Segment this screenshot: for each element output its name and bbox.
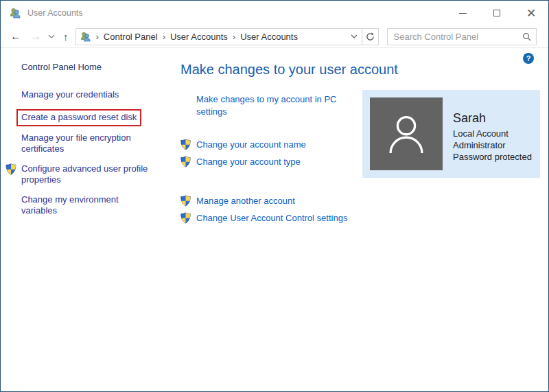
link-change-uac-settings[interactable]: Change User Account Control settings	[180, 209, 548, 227]
sidebar-item-change-environment-variables[interactable]: Change my environment variables	[21, 194, 150, 216]
avatar	[370, 97, 443, 170]
sidebar-item-manage-credentials[interactable]: Manage your credentials	[21, 89, 150, 100]
account-role: Administrator	[453, 139, 532, 151]
search-box	[387, 28, 537, 45]
back-button[interactable]: ←	[10, 31, 21, 42]
breadcrumb-user-accounts[interactable]: User Accounts	[170, 32, 228, 42]
sidebar-item-label: Create a password reset disk	[21, 112, 137, 122]
breadcrumb-separator: ›	[163, 32, 165, 42]
address-bar[interactable]: › Control Panel › User Accounts › User A…	[75, 28, 379, 45]
link-label: Change User Account Control settings	[196, 213, 347, 223]
user-meta: Sarah Local Account Administrator Passwo…	[453, 97, 532, 170]
uac-shield-icon	[5, 163, 16, 175]
refresh-button[interactable]	[362, 29, 378, 45]
uac-shield-icon	[180, 195, 191, 207]
uac-shield-icon	[180, 156, 191, 168]
sidebar: Control Panel Home Manage your credentia…	[1, 48, 172, 225]
refresh-icon	[366, 32, 375, 41]
sidebar-item-label: Configure advanced user profile properti…	[21, 163, 148, 185]
up-button[interactable]: ↑	[63, 32, 69, 42]
maximize-button[interactable]	[480, 1, 514, 25]
user-name: Sarah	[453, 111, 532, 126]
maximize-icon	[493, 10, 500, 16]
minimize-button[interactable]	[445, 1, 480, 25]
user-account-card: Sarah Local Account Administrator Passwo…	[362, 90, 540, 178]
forward-button[interactable]: →	[30, 31, 41, 42]
breadcrumb-separator: ›	[233, 32, 235, 42]
user-accounts-app-icon	[10, 8, 21, 19]
window-controls: ✕	[445, 1, 548, 25]
search-input[interactable]	[388, 32, 518, 42]
uac-shield-icon	[180, 139, 191, 150]
link-pc-settings[interactable]: Make changes to my account in PC setting…	[180, 93, 340, 118]
chevron-down-icon	[351, 34, 358, 38]
navigation-bar: ← → ↑ › Control Panel › User Accounts › …	[1, 25, 548, 48]
user-accounts-window: User Accounts ✕ ← → ↑ › Control Panel › …	[0, 0, 549, 392]
sidebar-item-configure-advanced-user-profile[interactable]: Configure advanced user profile properti…	[21, 163, 150, 185]
sidebar-item-label: Change my environment variables	[21, 194, 119, 216]
user-accounts-breadcrumb-icon	[80, 32, 91, 42]
highlight-box: Create a password reset disk	[16, 109, 141, 126]
uac-shield-icon	[180, 212, 191, 224]
search-icon	[522, 32, 531, 41]
link-manage-another-account[interactable]: Manage another account	[180, 192, 548, 209]
titlebar: User Accounts ✕	[1, 1, 548, 25]
sidebar-item-label: Manage your file encryption certificates	[21, 132, 131, 154]
sidebar-item-label: Manage your credentials	[21, 89, 119, 100]
breadcrumb-user-accounts-2[interactable]: User Accounts	[240, 32, 298, 42]
breadcrumb-separator: ›	[96, 32, 99, 42]
link-label: Manage another account	[196, 196, 295, 206]
link-label: Change your account type	[196, 157, 301, 167]
close-button[interactable]: ✕	[514, 1, 548, 25]
sidebar-item-manage-file-encryption-certificates[interactable]: Manage your file encryption certificates	[21, 132, 150, 154]
search-button[interactable]	[518, 32, 536, 41]
close-icon: ✕	[526, 8, 536, 19]
password-status: Password protected	[453, 151, 532, 163]
link-label: Change your account name	[196, 139, 306, 150]
minimize-icon	[459, 13, 467, 14]
person-icon	[381, 108, 432, 159]
page-title: Make changes to your user account	[180, 62, 548, 78]
window-title: User Accounts	[27, 8, 445, 18]
address-dropdown-button[interactable]	[347, 29, 362, 45]
content-area: ? Control Panel Home Manage your credent…	[1, 48, 548, 391]
sidebar-item-create-password-reset-disk[interactable]: Create a password reset disk	[21, 109, 150, 126]
breadcrumb-control-panel[interactable]: Control Panel	[104, 32, 158, 42]
recent-pages-chevron-icon[interactable]	[48, 34, 55, 38]
account-kind: Local Account	[453, 128, 532, 139]
sidebar-item-control-panel-home[interactable]: Control Panel Home	[21, 62, 172, 73]
